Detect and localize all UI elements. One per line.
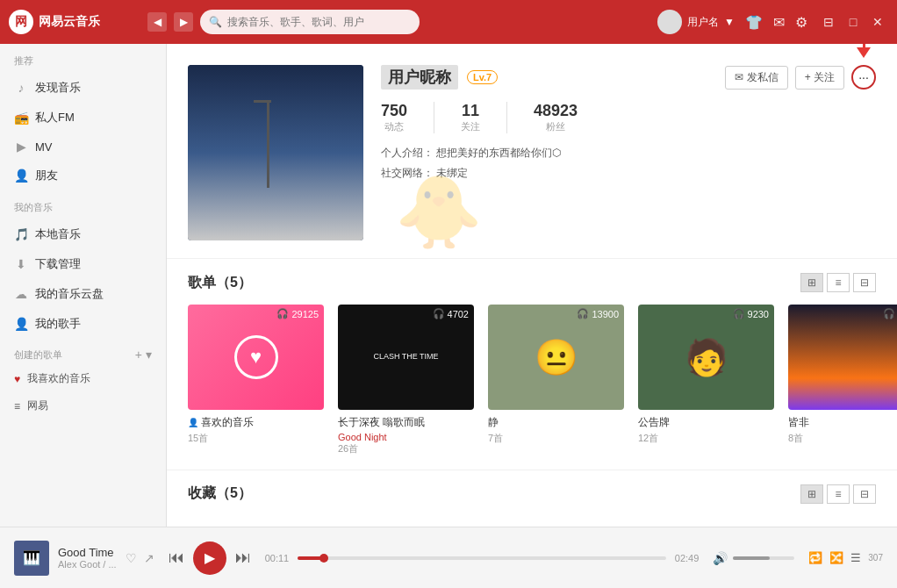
shuffle-button[interactable]: 🔀	[829, 551, 843, 564]
headphone-icon-5: 🎧	[883, 308, 895, 319]
stat-following[interactable]: 11 关注	[461, 102, 480, 133]
app-name: 网易云音乐	[39, 14, 100, 30]
main-layout: 推荐 ♪ 发现音乐 📻 私人FM ▶ MV 👤 朋友 我的音乐 🎵 本地音乐 ⬇…	[0, 44, 897, 527]
created-section-title: 创建的歌单	[14, 348, 62, 362]
local-music-icon: 🎵	[14, 227, 28, 241]
logo-icon: 网	[9, 10, 33, 34]
stat-dynamics[interactable]: 750 动态	[381, 102, 407, 133]
section-header-actions: + ▾	[135, 348, 152, 362]
compact-view-button[interactable]: ⊟	[853, 273, 876, 292]
arrow-line	[863, 44, 865, 47]
profile-social: 社交网络： 未绑定	[381, 166, 876, 181]
mail-icon[interactable]: ✉	[773, 14, 785, 31]
profile-bio: 个人介绍： 想把美好的东西都给你们⬡	[381, 146, 876, 161]
play-pause-button[interactable]: ▶	[193, 541, 226, 575]
player-artist: Alex Goot / ...	[58, 559, 117, 570]
collapse-icon[interactable]: ▾	[146, 348, 152, 362]
window-controls: ⊟ □ ✕	[818, 11, 888, 32]
playlist-card-2[interactable]: CLASH THE TIME 🎧 4702 长于深夜 嗡歌而眠 Good Nig…	[338, 305, 474, 455]
playlist-card-5[interactable]: 🎧 8243 皆非 8首	[788, 305, 897, 455]
streetlight-decoration	[267, 100, 269, 188]
friends-icon: 👤	[14, 169, 28, 183]
list-view-button[interactable]: ≡	[827, 273, 850, 292]
stat-divider-1	[434, 102, 434, 133]
more-options-button[interactable]: ···	[851, 65, 876, 90]
collections-grid-view-button[interactable]: ⊞	[800, 484, 823, 504]
sidebar-item-mv[interactable]: ▶ MV	[0, 133, 166, 161]
volume-bar[interactable]	[733, 556, 794, 560]
search-icon: 🔍	[209, 16, 222, 28]
playlist-grid: ♥ 🎧 29125 👤 喜欢的音乐 15首	[188, 305, 876, 455]
cloud-icon: ☁	[14, 287, 28, 301]
sidebar-item-netease[interactable]: ≡ 网易	[0, 392, 166, 419]
followers-label: 粉丝	[546, 121, 565, 132]
playlist-cover-5: 🎧 8243	[788, 305, 897, 410]
sidebar-item-download[interactable]: ⬇ 下载管理	[0, 249, 166, 279]
player-actions: ♡ ↗	[126, 551, 154, 565]
music-note-icon: ♪	[14, 81, 28, 95]
playlist-title-4: 公告牌	[638, 415, 774, 430]
volume-icon[interactable]: 🔊	[713, 551, 728, 565]
cover-text-2: CLASH THE TIME	[369, 348, 442, 367]
forward-button[interactable]: ▶	[174, 12, 193, 32]
radio-icon: 📻	[14, 111, 28, 125]
profile-info: 用户昵称 Lv.7 ✉ 发私信 + 关注 ·	[381, 65, 876, 240]
play-count-2: 🎧 4702	[433, 308, 469, 319]
collections-list-view-button[interactable]: ≡	[827, 484, 850, 504]
play-icon: ▶	[14, 140, 28, 154]
sidebar-item-friends[interactable]: 👤 朋友	[0, 161, 166, 190]
search-bar: 🔍	[200, 10, 420, 34]
download-icon: ⬇	[14, 257, 28, 271]
back-button[interactable]: ◀	[147, 12, 167, 32]
playlist-card-3[interactable]: 😐 🎧 13900 静 7首	[488, 305, 624, 455]
close-button[interactable]: ✕	[867, 11, 888, 32]
face-icon: 😐	[535, 337, 578, 378]
shirt-icon[interactable]: 👕	[745, 14, 763, 31]
stat-divider-2	[506, 102, 507, 133]
playlists-header: 歌单（5） ⊞ ≡ ⊟	[188, 273, 876, 292]
playlists-section-title: 歌单（5）	[188, 274, 252, 292]
player-share-button[interactable]: ↗	[144, 551, 154, 565]
stat-followers[interactable]: 48923 粉丝	[534, 102, 578, 133]
sidebar-item-singer[interactable]: 👤 我的歌手	[0, 309, 166, 339]
prev-button[interactable]: ⏮	[169, 549, 184, 567]
settings-icon[interactable]: ⚙	[795, 14, 807, 31]
playlist-subtitle-2: Good Night	[338, 432, 474, 442]
playlist-cover-4: 🧑 🎧 9230	[638, 305, 774, 410]
player-like-button[interactable]: ♡	[126, 551, 137, 565]
stats-row: 750 动态 11 关注 48923 粉丝	[381, 102, 876, 133]
dynamics-label: 动态	[384, 121, 404, 132]
playlist-count-2: 26首	[338, 442, 474, 455]
playlist-toggle-button[interactable]: ☰	[850, 551, 861, 564]
play-count-4: 🎧 9230	[733, 308, 769, 319]
next-button[interactable]: ⏭	[235, 549, 251, 567]
headphone-icon-3: 🎧	[577, 308, 589, 319]
player-thumbnail[interactable]: 🎹	[14, 541, 49, 576]
created-section-header: 创建的歌单 + ▾	[0, 339, 166, 365]
playlist-card-1[interactable]: ♥ 🎧 29125 👤 喜欢的音乐 15首	[188, 305, 324, 455]
sidebar-item-local[interactable]: 🎵 本地音乐	[0, 219, 166, 249]
grid-view-button[interactable]: ⊞	[800, 273, 823, 292]
following-count: 11	[461, 102, 480, 120]
playlist-card-4[interactable]: 🧑 🎧 9230 公告牌 12首	[638, 305, 774, 455]
add-playlist-icon[interactable]: +	[135, 348, 142, 362]
sidebar-item-cloud[interactable]: ☁ 我的音乐云盘	[0, 279, 166, 309]
player-info: 🎹 Good Time Alex Goot / ... ♡ ↗	[14, 541, 154, 576]
minimize-button[interactable]: ⊟	[818, 11, 839, 32]
user-area[interactable]: 用户名 ▼	[657, 10, 735, 34]
sidebar-item-fm[interactable]: 📻 私人FM	[0, 103, 166, 133]
volume-fill	[733, 556, 770, 560]
send-message-button[interactable]: ✉ 发私信	[725, 66, 788, 90]
search-input[interactable]	[227, 16, 411, 28]
sidebar: 推荐 ♪ 发现音乐 📻 私人FM ▶ MV 👤 朋友 我的音乐 🎵 本地音乐 ⬇…	[0, 44, 167, 527]
loop-button[interactable]: 🔁	[808, 551, 822, 564]
collections-compact-view-button[interactable]: ⊟	[853, 484, 876, 504]
level-badge: Lv.7	[467, 70, 498, 84]
maximize-button[interactable]: □	[843, 11, 864, 32]
follow-button[interactable]: + 关注	[795, 66, 844, 90]
sidebar-item-discover[interactable]: ♪ 发现音乐	[0, 73, 166, 103]
sidebar-item-liked[interactable]: ♥ 我喜欢的音乐	[0, 365, 166, 392]
progress-bar[interactable]	[298, 556, 666, 560]
playlist-count-5: 8首	[788, 432, 897, 445]
playlist-count-4: 12首	[638, 432, 774, 445]
